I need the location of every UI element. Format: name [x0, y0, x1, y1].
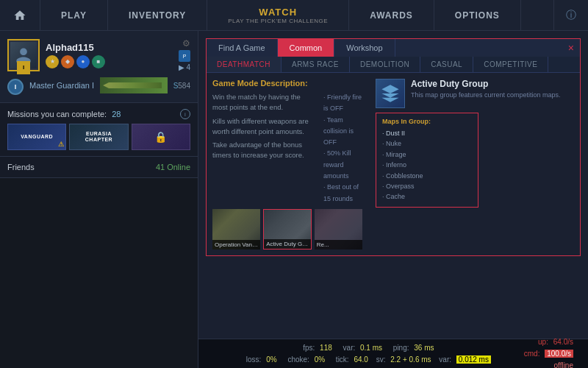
tab-common[interactable]: Common	[278, 39, 335, 57]
desc-right-3: · 50% Kill reward amounts	[323, 148, 362, 182]
home-button[interactable]	[0, 0, 40, 30]
map-list-item-3: · Inferno	[382, 160, 472, 170]
banner-eurasia[interactable]: EURASIA CHAPTER	[69, 124, 128, 150]
player-level: I	[7, 79, 24, 95]
active-duty-title: Active Duty Group	[411, 79, 561, 89]
map-thumbnails: Operation Vanguard Active Duty Gro... Re…	[212, 209, 362, 250]
mode-tab-demolition[interactable]: Demolition	[350, 57, 420, 72]
status-row-2: loss: 0% choke: 0% tick: 64.0 sv: 2.2 + …	[213, 354, 524, 366]
status-bar: fps: 118 var: 0.1 ms ping: 36 ms loss: 0…	[198, 339, 588, 368]
medal-2: ◆	[61, 55, 74, 68]
var-value: 0.1 ms	[360, 344, 382, 352]
map-list-item-2: · Mirage	[382, 149, 472, 160]
sv-detail: + 0.6 ms	[403, 355, 431, 364]
gear-icon[interactable]: ⚙	[182, 38, 190, 49]
xp-value: S584	[173, 82, 190, 90]
nav-inventory[interactable]: INVENTORY	[108, 0, 207, 30]
tab-find-a-game[interactable]: Find A Game	[207, 39, 278, 57]
friends-online-count: 41 Online	[156, 163, 190, 171]
sidebar: I Alphad115 ★ ◆ ● ■ ⚙ P ▶ 4	[0, 31, 198, 368]
missions-count: 28	[112, 110, 121, 118]
mission-banners: VANGUARD ⚠ EURASIA CHAPTER 🔒	[7, 124, 190, 150]
map-list: · Dust II· Nuke· Mirage· Inferno· Cobble…	[382, 128, 472, 202]
desc-text-2: Kills with different weapons are worth d…	[212, 116, 309, 138]
active-duty-header: Active Duty Group This map group feature…	[376, 79, 580, 108]
nav-watch[interactable]: WATCH Play the Pick'Em Challenge	[207, 0, 349, 30]
friends-section: Friends 41 Online	[0, 157, 198, 178]
ping-value: 36 ms	[414, 344, 434, 352]
banner-locked-text: 🔒	[154, 131, 168, 144]
friends-title: Friends	[7, 163, 35, 171]
medal-3: ●	[76, 55, 90, 68]
tick-value: 64.0	[354, 355, 368, 364]
banner-locked[interactable]: 🔒	[132, 124, 190, 150]
cmd-label: cmd:	[524, 350, 540, 358]
maps-in-group-popup: Maps In Group: · Dust II· Nuke· Mirage· …	[376, 113, 478, 208]
sidebar-empty-space	[0, 178, 198, 368]
status-right: up: 64.0/s cmd: 100.0/s offline	[524, 336, 573, 369]
offline-label: offline	[553, 361, 573, 369]
map-thumb-2[interactable]: Active Duty Gro...	[263, 209, 312, 250]
game-left-panel: Game Mode Description: Win the match by …	[207, 73, 368, 255]
mode-tab-deathmatch[interactable]: Deathmatch	[207, 57, 282, 72]
medal-1: ★	[46, 55, 59, 68]
medal-4: ■	[92, 55, 105, 68]
mode-tab-arms-race[interactable]: Arms Race	[282, 57, 350, 72]
nav-play[interactable]: PLAY	[40, 0, 108, 30]
status-row-1: fps: 118 var: 0.1 ms ping: 36 ms	[213, 342, 524, 354]
warn-icon: ⚠	[58, 141, 65, 148]
mode-tab-casual[interactable]: Casual	[420, 57, 473, 72]
level-circle: I	[7, 79, 24, 95]
choke-label: choke:	[287, 355, 309, 364]
nav-options[interactable]: OPTIONS	[434, 0, 521, 30]
profile-level: ▶ 4	[179, 63, 190, 71]
desc-right-4: · Best out of 15 rounds	[323, 182, 362, 205]
game-desc-row: Win the match by having the most points …	[212, 92, 362, 205]
panel-tabs-row: Find A Game Common Workshop ×	[207, 39, 580, 57]
map-thumb-3[interactable]: Re...	[315, 209, 362, 250]
weapon-line	[103, 82, 162, 88]
missions-title: Missions you can complete: 28	[7, 110, 121, 118]
profile-section: I Alphad115 ★ ◆ ● ■ ⚙ P ▶ 4	[0, 31, 198, 103]
avatar: I	[7, 39, 40, 71]
profile-name-area: Alphad115 ★ ◆ ● ■	[46, 42, 173, 68]
missions-section: Missions you can complete: 28 i VANGUARD…	[0, 103, 198, 157]
map-label-1: Operation Vanguard	[212, 240, 260, 250]
desc-text-1: Win the match by having the most points …	[212, 92, 309, 113]
game-right-panel: Active Duty Group This map group feature…	[376, 73, 580, 255]
map-label-3: Re...	[315, 240, 362, 250]
profile-name: Alphad115	[46, 42, 173, 53]
map-thumb-1[interactable]: Operation Vanguard	[212, 209, 260, 250]
banner-eurasia-text: EURASIA CHAPTER	[85, 131, 112, 144]
loss-label: loss:	[246, 355, 262, 364]
up-status: up: 64.0/s	[524, 336, 573, 348]
main-content: Find A Game Common Workshop × Deathmatch…	[198, 31, 588, 368]
rank-name: Master Guardian I	[29, 81, 94, 90]
rank-row: I Master Guardian I S584	[7, 76, 190, 95]
banner-vanguard[interactable]: VANGUARD ⚠	[7, 124, 66, 150]
map-list-item-5: · Overpass	[382, 181, 472, 191]
sv-label: sv:	[376, 355, 386, 364]
game-mode-description-title: Game Mode Description:	[212, 79, 362, 88]
nav-awards[interactable]: AWARDS	[349, 0, 434, 30]
var-label: var:	[343, 344, 356, 352]
sv-value: 2.2	[390, 355, 401, 364]
maps-popup-title: Maps In Group:	[382, 118, 472, 125]
desc-text-3: Take advantage of the bonus timers to in…	[212, 140, 309, 161]
top-navigation: PLAY INVENTORY WATCH Play the Pick'Em Ch…	[0, 0, 588, 31]
panel-close-button[interactable]: ×	[562, 40, 580, 56]
tick-label: tick:	[336, 355, 349, 364]
cmd-value: 100.0/s	[545, 350, 573, 358]
desc-right-2: · Team collision is OFF	[323, 115, 362, 149]
tab-workshop[interactable]: Workshop	[334, 39, 395, 57]
fps-label: fps:	[303, 344, 315, 352]
map-list-item-0: · Dust II	[382, 128, 472, 138]
game-mode-tabs: Deathmatch Arms Race Demolition Casual C…	[207, 57, 580, 73]
profile-right: ⚙ P ▶ 4	[179, 38, 190, 71]
nav-info-button[interactable]: ⓘ	[553, 0, 588, 30]
active-duty-text: Active Duty Group This map group feature…	[411, 79, 561, 108]
mode-tab-competitive[interactable]: Competitive	[473, 57, 548, 72]
choke-value: 0%	[315, 355, 325, 364]
banner-vanguard-text: VANGUARD	[21, 134, 53, 140]
missions-info-icon[interactable]: i	[180, 109, 190, 119]
